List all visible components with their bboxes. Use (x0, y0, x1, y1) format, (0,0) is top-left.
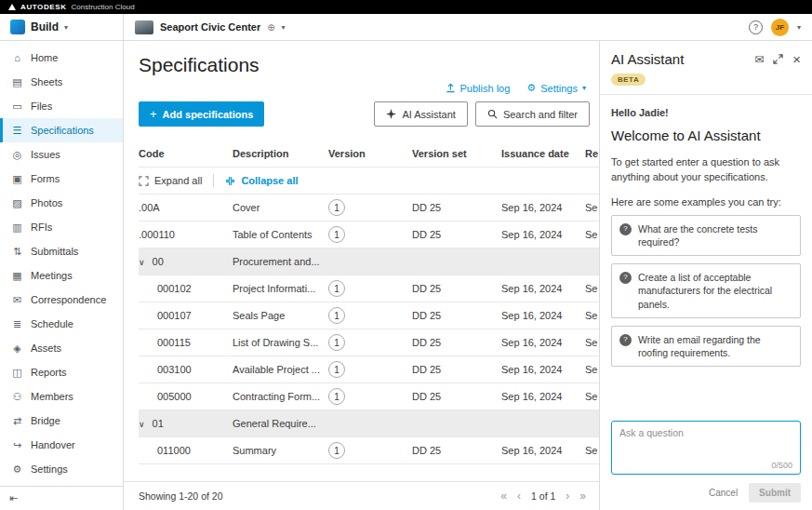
version-badge: 1 (328, 307, 345, 324)
spec-description-cell: Contracting Form... (233, 391, 328, 402)
table-header: Code Description Version Version set Iss… (139, 140, 599, 168)
sidebar-item-meetings[interactable]: ▦Meetings (0, 263, 123, 288)
spec-row[interactable]: .00ACover1DD 25Sep 16, 2024Se (139, 195, 599, 221)
sidebar-item-assets[interactable]: ◈Assets (0, 336, 123, 360)
spec-table-body: .00ACover1DD 25Sep 16, 2024Se.000110Tabl… (139, 195, 599, 464)
spec-row[interactable]: 011000Summary1DD 25Sep 16, 2024Se (139, 437, 599, 464)
spec-code-cell: 003100 (139, 364, 233, 375)
column-header-review[interactable]: Re (585, 148, 599, 159)
sidebar-item-photos[interactable]: ▨Photos (0, 191, 123, 215)
sidebar-item-files[interactable]: ▭Files (0, 94, 123, 118)
column-header-issuance-date[interactable]: Issuance date (501, 148, 585, 159)
settings-menu-button[interactable]: ⚙ Settings ▾ (526, 82, 586, 94)
chevron-down-icon[interactable]: ∨ (139, 420, 145, 429)
sidebar-item-label: Photos (31, 197, 62, 208)
sidebar-item-correspondence[interactable]: ✉Correspondence (0, 288, 123, 312)
spec-row[interactable]: 000102Project Informati...1DD 25Sep 16, … (139, 275, 599, 302)
sidebar-item-specifications[interactable]: ☰Specifications (0, 118, 123, 142)
ai-assistant-button-label: AI Assistant (402, 109, 455, 120)
spec-issuance-date-cell: Sep 16, 2024 (501, 445, 585, 456)
spec-code-cell: 000102 (139, 283, 233, 294)
cancel-button[interactable]: Cancel (709, 488, 738, 498)
spec-section-row[interactable]: ∨01General Require... (139, 410, 599, 437)
example-prompt-text: Create a list of acceptable manufacturer… (638, 271, 792, 311)
collapse-sidebar-icon[interactable]: ⇤ (9, 492, 18, 504)
files-icon: ▭ (11, 101, 23, 113)
sidebar-item-forms[interactable]: ▣Forms (0, 167, 123, 191)
sidebar-item-reports[interactable]: ◫Reports (0, 360, 123, 384)
example-prompt-card[interactable]: ?Write an email regarding the roofing re… (611, 326, 801, 367)
column-header-version-set[interactable]: Version set (412, 148, 501, 159)
sidebar-item-members[interactable]: ⚇Members (0, 384, 123, 409)
spec-review-cell: Se (585, 445, 599, 456)
sidebar-item-home[interactable]: ⌂Home (0, 46, 123, 70)
spec-code-cell: .00A (139, 202, 233, 213)
sidebar-item-sheets[interactable]: ▤Sheets (0, 70, 123, 94)
actions-row: + Add specifications AI Assistant Search… (139, 101, 590, 127)
spec-version-cell: 1 (328, 307, 412, 324)
spec-review-cell: Se (585, 202, 599, 213)
ask-question-input[interactable] (619, 427, 792, 461)
first-page-icon[interactable]: « (500, 490, 507, 503)
divider (600, 94, 812, 95)
caret-down-icon[interactable]: ▾ (797, 23, 801, 32)
column-header-code[interactable]: Code (139, 148, 233, 159)
spec-version-set-cell: DD 25 (412, 229, 501, 240)
caret-down-icon: ▾ (282, 23, 286, 32)
spec-version-set-cell: DD 25 (412, 283, 501, 294)
spec-issuance-date-cell: Sep 16, 2024 (501, 202, 585, 213)
spec-row[interactable]: 003100Available Project ...1DD 25Sep 16,… (139, 356, 599, 383)
expand-panel-icon[interactable] (773, 54, 783, 64)
spec-row[interactable]: 000107Seals Page1DD 25Sep 16, 2024Se (139, 302, 599, 329)
ai-assistant-button[interactable]: AI Assistant (374, 101, 467, 127)
product-menu[interactable]: Build ▾ (0, 14, 124, 40)
sidebar-item-submittals[interactable]: ⇅Submittals (0, 239, 123, 263)
search-filter-button[interactable]: Search and filter (475, 101, 590, 127)
expand-all-button[interactable]: Expand all (139, 175, 202, 186)
last-page-icon[interactable]: » (579, 490, 586, 503)
sidebar-item-issues[interactable]: ◎Issues (0, 142, 123, 167)
spec-description-cell: Cover (233, 202, 328, 213)
prev-page-icon[interactable]: ‹ (517, 490, 521, 503)
submit-button[interactable]: Submit (749, 483, 801, 503)
chevron-down-icon[interactable]: ∨ (139, 258, 145, 267)
feedback-envelope-icon[interactable]: ✉ (754, 54, 764, 65)
sidebar-item-handover[interactable]: ↪Handover (0, 433, 123, 457)
sidebar-item-bridge[interactable]: ⇄Bridge (0, 409, 123, 433)
column-header-description[interactable]: Description (233, 148, 328, 159)
spec-code-cell: 005000 (139, 391, 233, 402)
sidebar-item-label: Home (31, 52, 58, 63)
add-specifications-button[interactable]: + Add specifications (139, 101, 264, 127)
ask-question-box[interactable]: 0/500 (611, 421, 801, 475)
sidebar-item-schedule[interactable]: ≣Schedule (0, 312, 123, 336)
next-page-icon[interactable]: › (566, 490, 569, 503)
version-badge: 1 (328, 280, 345, 297)
showing-count: Showing 1-20 of 20 (139, 490, 222, 502)
version-badge: 1 (328, 334, 345, 351)
table-controls: Expand all Collapse all (139, 168, 599, 195)
publish-log-button[interactable]: Publish log (446, 83, 511, 94)
collapse-all-button[interactable]: Collapse all (225, 175, 298, 186)
spec-version-set-cell: DD 25 (412, 337, 501, 348)
spec-row[interactable]: .000110Table of Contents1DD 25Sep 16, 20… (139, 221, 599, 248)
help-icon[interactable]: ? (749, 20, 763, 34)
spec-version-cell: 1 (328, 388, 412, 405)
settings-menu-label: Settings (540, 83, 578, 94)
spec-section-row[interactable]: ∨00Procurement and... (139, 248, 599, 275)
example-prompt-card[interactable]: ?Create a list of acceptable manufacture… (611, 263, 801, 318)
project-selector[interactable]: Seaport Civic Center ⊕ ▾ (124, 14, 297, 40)
spec-row[interactable]: 000115List of Drawing S...1DD 25Sep 16, … (139, 329, 599, 356)
column-header-version[interactable]: Version (328, 148, 412, 159)
caret-down-icon: ▾ (64, 23, 68, 32)
spec-review-cell: Se (585, 229, 599, 240)
project-thumbnail (135, 20, 153, 34)
sidebar-item-rfis[interactable]: ▥RFIs (0, 215, 123, 239)
collapse-all-icon (225, 176, 235, 186)
spec-row[interactable]: 005000Contracting Form...1DD 25Sep 16, 2… (139, 383, 599, 410)
close-icon[interactable]: × (792, 52, 801, 66)
version-badge: 1 (328, 226, 345, 243)
avatar[interactable]: JF (771, 19, 789, 36)
sidebar-item-settings[interactable]: ⚙Settings (0, 457, 123, 481)
example-prompt-card[interactable]: ?What are the concrete tests required? (611, 215, 801, 256)
members-icon: ⚇ (11, 391, 23, 403)
